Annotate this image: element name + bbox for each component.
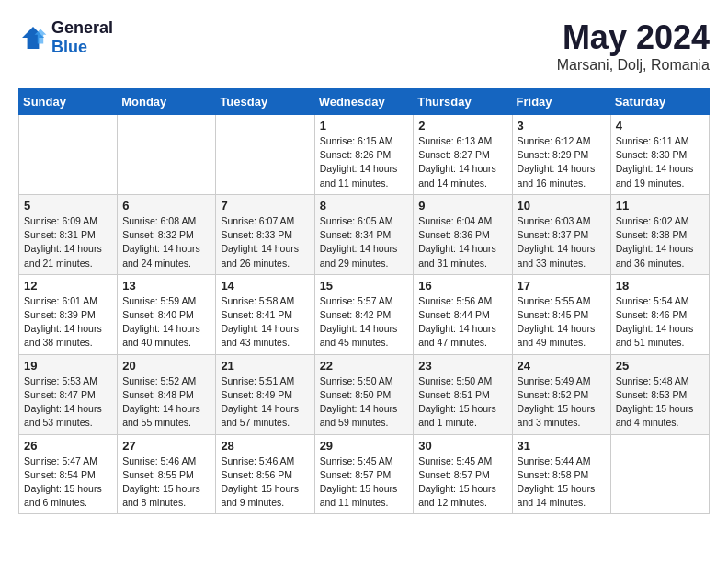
day-number: 28: [221, 439, 309, 453]
day-number: 14: [221, 279, 309, 293]
day-number: 26: [24, 439, 112, 453]
weekday-header-tuesday: Tuesday: [216, 89, 314, 115]
day-info: Sunrise: 6:11 AM Sunset: 8:30 PM Dayligh…: [616, 134, 704, 190]
day-info: Sunrise: 5:59 AM Sunset: 8:40 PM Dayligh…: [122, 294, 210, 350]
day-info: Sunrise: 5:50 AM Sunset: 8:50 PM Dayligh…: [320, 374, 409, 431]
day-number: 5: [24, 199, 112, 213]
day-number: 4: [616, 119, 704, 132]
weekday-header-saturday: Saturday: [610, 89, 709, 115]
day-number: 23: [418, 359, 506, 373]
day-info: Sunrise: 5:55 AM Sunset: 8:45 PM Dayligh…: [518, 294, 606, 350]
day-number: 10: [518, 199, 606, 213]
logo-text-blue: Blue: [51, 38, 113, 57]
day-number: 1: [320, 119, 409, 132]
day-info: Sunrise: 5:46 AM Sunset: 8:55 PM Dayligh…: [122, 454, 210, 511]
day-info: Sunrise: 5:47 AM Sunset: 8:54 PM Dayligh…: [24, 454, 112, 511]
calendar-cell: 27Sunrise: 5:46 AM Sunset: 8:55 PM Dayli…: [118, 434, 216, 514]
calendar-cell: 5Sunrise: 6:09 AM Sunset: 8:31 PM Daylig…: [19, 194, 118, 274]
calendar-cell: 21Sunrise: 5:51 AM Sunset: 8:49 PM Dayli…: [216, 354, 314, 434]
day-info: Sunrise: 6:03 AM Sunset: 8:37 PM Dayligh…: [518, 214, 606, 270]
day-info: Sunrise: 5:45 AM Sunset: 8:57 PM Dayligh…: [320, 454, 409, 511]
calendar-cell: 6Sunrise: 6:08 AM Sunset: 8:32 PM Daylig…: [118, 194, 216, 274]
day-number: 31: [518, 439, 606, 453]
weekday-header-wednesday: Wednesday: [314, 89, 414, 115]
logo-text-general: General: [51, 18, 113, 38]
weekday-header-friday: Friday: [512, 89, 610, 115]
day-number: 3: [518, 119, 606, 132]
day-number: 25: [616, 359, 704, 373]
day-number: 15: [320, 279, 409, 293]
calendar-cell: 17Sunrise: 5:55 AM Sunset: 8:45 PM Dayli…: [512, 274, 610, 354]
day-info: Sunrise: 5:57 AM Sunset: 8:42 PM Dayligh…: [320, 294, 409, 350]
calendar-cell: 18Sunrise: 5:54 AM Sunset: 8:46 PM Dayli…: [610, 274, 709, 354]
day-info: Sunrise: 6:08 AM Sunset: 8:32 PM Dayligh…: [122, 214, 210, 270]
calendar-week-1: 1Sunrise: 6:15 AM Sunset: 8:26 PM Daylig…: [19, 115, 710, 195]
day-info: Sunrise: 6:13 AM Sunset: 8:27 PM Dayligh…: [418, 134, 506, 190]
day-number: 8: [320, 199, 409, 213]
day-info: Sunrise: 5:52 AM Sunset: 8:48 PM Dayligh…: [122, 374, 210, 431]
day-number: 17: [518, 279, 606, 293]
calendar-subtitle: Marsani, Dolj, Romania: [557, 57, 710, 74]
title-block: May 2024 Marsani, Dolj, Romania: [557, 18, 710, 74]
page-header: General Blue May 2024 Marsani, Dolj, Rom…: [18, 18, 710, 74]
calendar-cell: 29Sunrise: 5:45 AM Sunset: 8:57 PM Dayli…: [314, 434, 414, 514]
day-number: 30: [418, 439, 506, 453]
day-number: 22: [320, 359, 409, 373]
calendar-cell: 25Sunrise: 5:48 AM Sunset: 8:53 PM Dayli…: [610, 354, 709, 434]
calendar-cell: 1Sunrise: 6:15 AM Sunset: 8:26 PM Daylig…: [314, 115, 414, 195]
day-info: Sunrise: 6:15 AM Sunset: 8:26 PM Dayligh…: [320, 134, 409, 190]
day-info: Sunrise: 5:49 AM Sunset: 8:52 PM Dayligh…: [518, 374, 606, 431]
calendar-cell: 28Sunrise: 5:46 AM Sunset: 8:56 PM Dayli…: [216, 434, 314, 514]
day-info: Sunrise: 5:56 AM Sunset: 8:44 PM Dayligh…: [418, 294, 506, 350]
day-number: 24: [518, 359, 606, 373]
logo: General Blue: [18, 18, 113, 57]
day-info: Sunrise: 5:51 AM Sunset: 8:49 PM Dayligh…: [221, 374, 309, 431]
calendar-cell: 9Sunrise: 6:04 AM Sunset: 8:36 PM Daylig…: [414, 194, 512, 274]
calendar-cell: 31Sunrise: 5:44 AM Sunset: 8:58 PM Dayli…: [512, 434, 610, 514]
calendar-cell: 20Sunrise: 5:52 AM Sunset: 8:48 PM Dayli…: [118, 354, 216, 434]
day-info: Sunrise: 6:07 AM Sunset: 8:33 PM Dayligh…: [221, 214, 309, 270]
day-number: 27: [122, 439, 210, 453]
day-info: Sunrise: 5:45 AM Sunset: 8:57 PM Dayligh…: [418, 454, 506, 511]
day-info: Sunrise: 5:46 AM Sunset: 8:56 PM Dayligh…: [221, 454, 309, 511]
calendar-week-5: 26Sunrise: 5:47 AM Sunset: 8:54 PM Dayli…: [19, 434, 710, 514]
day-number: 12: [24, 279, 112, 293]
day-info: Sunrise: 5:53 AM Sunset: 8:47 PM Dayligh…: [24, 374, 112, 431]
day-number: 20: [122, 359, 210, 373]
day-number: 6: [122, 199, 210, 213]
calendar-cell: 12Sunrise: 6:01 AM Sunset: 8:39 PM Dayli…: [19, 274, 118, 354]
day-info: Sunrise: 6:05 AM Sunset: 8:34 PM Dayligh…: [320, 214, 409, 270]
logo-icon: [18, 23, 48, 52]
day-number: 7: [221, 199, 309, 213]
day-number: 9: [418, 199, 506, 213]
calendar-body: 1Sunrise: 6:15 AM Sunset: 8:26 PM Daylig…: [19, 115, 710, 514]
weekday-header-row: SundayMondayTuesdayWednesdayThursdayFrid…: [19, 89, 710, 115]
day-info: Sunrise: 5:48 AM Sunset: 8:53 PM Dayligh…: [616, 374, 704, 431]
calendar-cell: 8Sunrise: 6:05 AM Sunset: 8:34 PM Daylig…: [314, 194, 414, 274]
day-number: 29: [320, 439, 409, 453]
calendar-cell: 11Sunrise: 6:02 AM Sunset: 8:38 PM Dayli…: [610, 194, 709, 274]
day-number: 11: [616, 199, 704, 213]
day-number: 2: [418, 119, 506, 132]
weekday-header-thursday: Thursday: [414, 89, 512, 115]
calendar-cell: 30Sunrise: 5:45 AM Sunset: 8:57 PM Dayli…: [414, 434, 512, 514]
weekday-header-sunday: Sunday: [19, 89, 118, 115]
day-info: Sunrise: 5:58 AM Sunset: 8:41 PM Dayligh…: [221, 294, 309, 350]
day-info: Sunrise: 5:54 AM Sunset: 8:46 PM Dayligh…: [616, 294, 704, 350]
calendar-cell: 22Sunrise: 5:50 AM Sunset: 8:50 PM Dayli…: [314, 354, 414, 434]
calendar-cell: 16Sunrise: 5:56 AM Sunset: 8:44 PM Dayli…: [414, 274, 512, 354]
day-info: Sunrise: 6:04 AM Sunset: 8:36 PM Dayligh…: [418, 214, 506, 270]
calendar-table: SundayMondayTuesdayWednesdayThursdayFrid…: [18, 88, 710, 514]
calendar-cell: 4Sunrise: 6:11 AM Sunset: 8:30 PM Daylig…: [610, 115, 709, 195]
calendar-cell: 19Sunrise: 5:53 AM Sunset: 8:47 PM Dayli…: [19, 354, 118, 434]
calendar-title: May 2024: [557, 18, 710, 57]
weekday-header-monday: Monday: [118, 89, 216, 115]
calendar-cell: 24Sunrise: 5:49 AM Sunset: 8:52 PM Dayli…: [512, 354, 610, 434]
day-number: 19: [24, 359, 112, 373]
calendar-cell: 23Sunrise: 5:50 AM Sunset: 8:51 PM Dayli…: [414, 354, 512, 434]
calendar-week-3: 12Sunrise: 6:01 AM Sunset: 8:39 PM Dayli…: [19, 274, 710, 354]
calendar-cell: 15Sunrise: 5:57 AM Sunset: 8:42 PM Dayli…: [314, 274, 414, 354]
day-info: Sunrise: 6:12 AM Sunset: 8:29 PM Dayligh…: [518, 134, 606, 190]
calendar-cell: [216, 115, 314, 195]
day-number: 16: [418, 279, 506, 293]
